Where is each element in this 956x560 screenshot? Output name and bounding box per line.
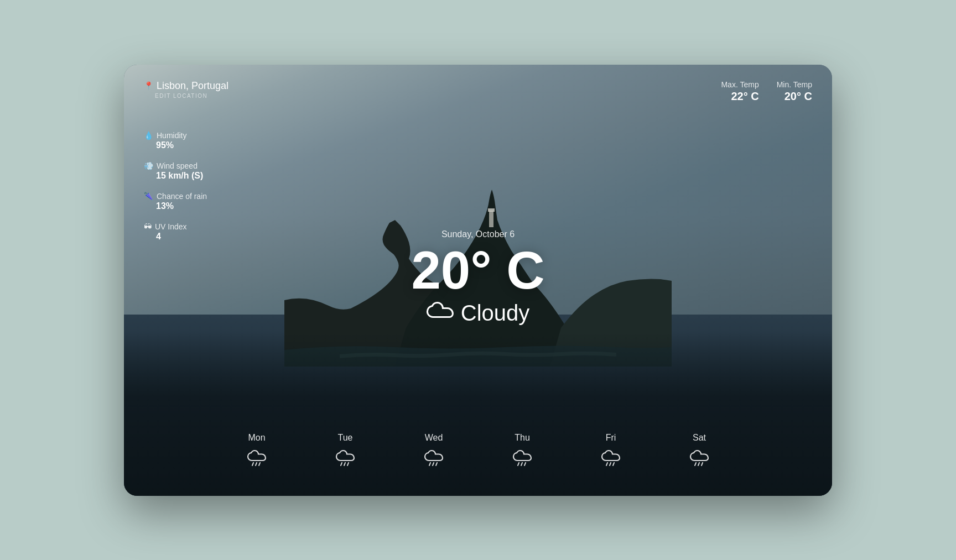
forecast-day-item: Thu — [478, 433, 567, 470]
forecast-weather-icon — [689, 448, 710, 470]
forecast-weather-icon — [246, 448, 267, 470]
current-date: Sunday, October 6 — [411, 229, 544, 239]
svg-line-15 — [610, 463, 611, 465]
forecast-day-item: Sat — [655, 433, 744, 470]
wind-icon: 💨 — [144, 161, 153, 170]
rain-icon: 🌂 — [144, 192, 153, 201]
forecast-day-item: Wed — [389, 433, 478, 470]
min-temp-stat: Min. Temp 20° C — [777, 80, 812, 103]
svg-line-12 — [521, 463, 522, 465]
svg-line-6 — [344, 463, 345, 465]
svg-line-19 — [702, 463, 703, 465]
location-block: 📍 Lisbon, Portugal EDIT LOCATION — [144, 80, 228, 99]
forecast-day-name: Tue — [338, 433, 353, 443]
top-row: 📍 Lisbon, Portugal EDIT LOCATION Max. Te… — [144, 80, 812, 103]
edit-location-button[interactable]: EDIT LOCATION — [155, 93, 228, 99]
humidity-label: Humidity — [157, 131, 186, 140]
forecast-weather-icon — [600, 448, 621, 470]
wind-value: 15 km/h (S) — [156, 171, 207, 181]
uv-value: 4 — [156, 232, 207, 242]
uv-icon: 🕶 — [144, 222, 152, 231]
max-temp-value: 22° C — [721, 90, 758, 103]
svg-line-8 — [429, 463, 430, 465]
wind-stat: 💨 Wind speed 15 km/h (S) — [144, 161, 207, 181]
city-label: Lisbon, Portugal — [157, 80, 228, 92]
content-layer: 📍 Lisbon, Portugal EDIT LOCATION Max. Te… — [124, 65, 832, 496]
svg-line-10 — [436, 463, 437, 465]
forecast-strip: Mon Tue Wed Thu Fri Sat — [124, 424, 832, 496]
svg-line-18 — [698, 463, 699, 465]
forecast-day-name: Fri — [606, 433, 616, 443]
forecast-day-name: Mon — [248, 433, 265, 443]
forecast-day-item: Tue — [301, 433, 389, 470]
condition-cloud-icon — [427, 300, 455, 327]
svg-line-17 — [695, 463, 696, 465]
forecast-day-name: Sat — [693, 433, 706, 443]
humidity-label-row: 💧 Humidity — [144, 131, 207, 140]
rain-label-row: 🌂 Chance of rain — [144, 192, 207, 201]
temp-minmax-block: Max. Temp 22° C Min. Temp 20° C — [721, 80, 812, 103]
forecast-weather-icon — [512, 448, 533, 470]
left-stats-panel: 💧 Humidity 95% 💨 Wind speed 15 km/h (S) … — [144, 131, 207, 242]
min-temp-value: 20° C — [777, 90, 812, 103]
svg-line-5 — [341, 463, 342, 465]
max-temp-label: Max. Temp — [721, 80, 758, 89]
weather-card: 📍 Lisbon, Portugal EDIT LOCATION Max. Te… — [124, 65, 832, 496]
uv-stat: 🕶 UV Index 4 — [144, 222, 207, 242]
svg-line-14 — [606, 463, 607, 465]
current-condition: Cloudy — [411, 300, 544, 327]
forecast-weather-icon — [423, 448, 444, 470]
svg-line-16 — [613, 463, 614, 465]
condition-text: Cloudy — [461, 301, 530, 326]
svg-line-7 — [347, 463, 349, 465]
forecast-weather-icon — [335, 448, 356, 470]
wind-label-row: 💨 Wind speed — [144, 161, 207, 170]
wind-label: Wind speed — [157, 161, 198, 170]
svg-line-2 — [252, 463, 253, 465]
center-weather-block: Sunday, October 6 20° C Cloudy — [411, 229, 544, 327]
forecast-day-item: Mon — [212, 433, 301, 470]
rain-label: Chance of rain — [157, 192, 207, 201]
forecast-day-item: Fri — [567, 433, 655, 470]
svg-line-3 — [256, 463, 257, 465]
svg-line-9 — [433, 463, 434, 465]
forecast-day-name: Thu — [515, 433, 530, 443]
current-temperature: 20° C — [411, 244, 544, 297]
svg-line-11 — [518, 463, 519, 465]
uv-label: UV Index — [155, 222, 187, 231]
max-temp-stat: Max. Temp 22° C — [721, 80, 758, 103]
humidity-value: 95% — [156, 140, 207, 150]
rain-stat: 🌂 Chance of rain 13% — [144, 192, 207, 211]
min-temp-label: Min. Temp — [777, 80, 812, 89]
humidity-icon: 💧 — [144, 131, 153, 140]
humidity-stat: 💧 Humidity 95% — [144, 131, 207, 150]
rain-value: 13% — [156, 201, 207, 211]
pin-icon: 📍 — [144, 81, 153, 90]
forecast-day-name: Wed — [425, 433, 443, 443]
svg-line-4 — [259, 463, 260, 465]
location-name: 📍 Lisbon, Portugal — [144, 80, 228, 92]
uv-label-row: 🕶 UV Index — [144, 222, 207, 231]
svg-line-13 — [524, 463, 526, 465]
